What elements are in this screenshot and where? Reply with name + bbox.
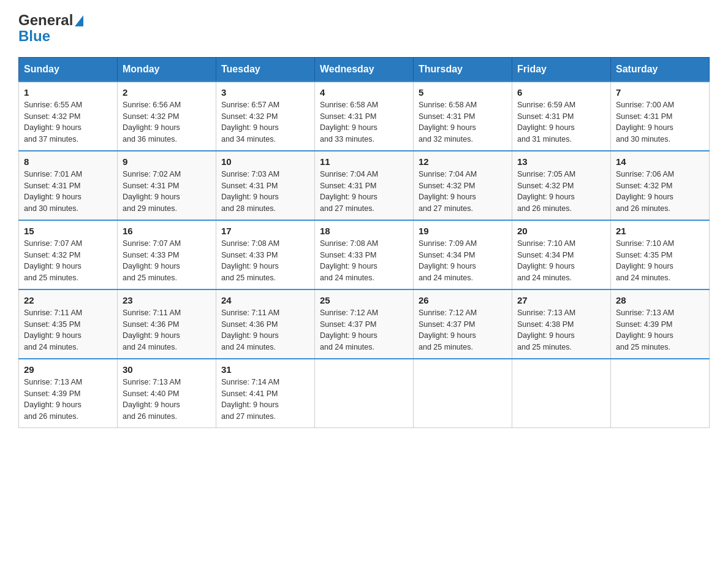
calendar-cell — [315, 359, 414, 428]
col-friday: Friday — [512, 57, 611, 82]
calendar-table: Sunday Monday Tuesday Wednesday Thursday… — [18, 57, 710, 428]
day-number: 11 — [320, 156, 408, 167]
day-info: Sunrise: 7:10 AMSunset: 4:34 PMDaylight:… — [517, 238, 605, 284]
col-tuesday: Tuesday — [216, 57, 315, 82]
day-info: Sunrise: 7:04 AMSunset: 4:32 PMDaylight:… — [419, 169, 507, 215]
calendar-cell: 13Sunrise: 7:05 AMSunset: 4:32 PMDayligh… — [512, 151, 611, 220]
calendar-cell: 21Sunrise: 7:10 AMSunset: 4:35 PMDayligh… — [611, 220, 710, 289]
calendar-cell: 4Sunrise: 6:58 AMSunset: 4:31 PMDaylight… — [315, 82, 414, 151]
calendar-cell: 10Sunrise: 7:03 AMSunset: 4:31 PMDayligh… — [216, 151, 315, 220]
day-number: 25 — [320, 295, 408, 305]
day-number: 21 — [616, 226, 704, 236]
day-number: 27 — [517, 295, 605, 305]
col-monday: Monday — [118, 57, 216, 82]
day-info: Sunrise: 7:05 AMSunset: 4:32 PMDaylight:… — [517, 169, 605, 215]
page-header: GeneralBlue — [18, 12, 710, 45]
calendar-cell: 22Sunrise: 7:11 AMSunset: 4:35 PMDayligh… — [19, 289, 118, 359]
day-number: 12 — [419, 156, 507, 167]
day-info: Sunrise: 7:07 AMSunset: 4:33 PMDaylight:… — [123, 238, 211, 284]
day-number: 23 — [123, 295, 211, 305]
week-row-1: 1Sunrise: 6:55 AMSunset: 4:32 PMDaylight… — [19, 82, 710, 151]
col-saturday: Saturday — [611, 57, 710, 82]
calendar-cell: 24Sunrise: 7:11 AMSunset: 4:36 PMDayligh… — [216, 289, 315, 359]
day-info: Sunrise: 7:09 AMSunset: 4:34 PMDaylight:… — [419, 238, 507, 284]
day-info: Sunrise: 7:06 AMSunset: 4:32 PMDaylight:… — [616, 169, 704, 215]
day-number: 15 — [24, 226, 112, 236]
calendar-cell — [611, 359, 710, 428]
day-number: 29 — [24, 364, 112, 375]
day-number: 7 — [616, 87, 704, 98]
day-info: Sunrise: 7:08 AMSunset: 4:33 PMDaylight:… — [320, 238, 408, 284]
calendar-cell: 14Sunrise: 7:06 AMSunset: 4:32 PMDayligh… — [611, 151, 710, 220]
logo: GeneralBlue — [18, 12, 83, 45]
calendar-cell: 30Sunrise: 7:13 AMSunset: 4:40 PMDayligh… — [118, 359, 216, 428]
day-number: 8 — [24, 156, 112, 167]
calendar-cell: 19Sunrise: 7:09 AMSunset: 4:34 PMDayligh… — [414, 220, 512, 289]
calendar-header-row: Sunday Monday Tuesday Wednesday Thursday… — [19, 57, 710, 82]
calendar-cell: 8Sunrise: 7:01 AMSunset: 4:31 PMDaylight… — [19, 151, 118, 220]
day-info: Sunrise: 7:10 AMSunset: 4:35 PMDaylight:… — [616, 238, 704, 284]
day-info: Sunrise: 7:00 AMSunset: 4:31 PMDaylight:… — [616, 99, 704, 145]
day-info: Sunrise: 7:13 AMSunset: 4:38 PMDaylight:… — [517, 307, 605, 353]
day-number: 30 — [123, 364, 211, 375]
day-number: 22 — [24, 295, 112, 305]
day-info: Sunrise: 7:13 AMSunset: 4:39 PMDaylight:… — [616, 307, 704, 353]
calendar-cell: 5Sunrise: 6:58 AMSunset: 4:31 PMDaylight… — [414, 82, 512, 151]
day-info: Sunrise: 7:07 AMSunset: 4:32 PMDaylight:… — [24, 238, 112, 284]
calendar-cell: 23Sunrise: 7:11 AMSunset: 4:36 PMDayligh… — [118, 289, 216, 359]
day-info: Sunrise: 7:12 AMSunset: 4:37 PMDaylight:… — [320, 307, 408, 353]
col-wednesday: Wednesday — [315, 57, 414, 82]
day-number: 28 — [616, 295, 704, 305]
calendar-cell: 7Sunrise: 7:00 AMSunset: 4:31 PMDaylight… — [611, 82, 710, 151]
calendar-cell: 28Sunrise: 7:13 AMSunset: 4:39 PMDayligh… — [611, 289, 710, 359]
day-info: Sunrise: 7:03 AMSunset: 4:31 PMDaylight:… — [221, 169, 309, 215]
calendar-cell — [414, 359, 512, 428]
day-number: 20 — [517, 226, 605, 236]
calendar-cell: 15Sunrise: 7:07 AMSunset: 4:32 PMDayligh… — [19, 220, 118, 289]
calendar-cell: 27Sunrise: 7:13 AMSunset: 4:38 PMDayligh… — [512, 289, 611, 359]
day-number: 16 — [123, 226, 211, 236]
calendar-cell: 17Sunrise: 7:08 AMSunset: 4:33 PMDayligh… — [216, 220, 315, 289]
day-info: Sunrise: 7:13 AMSunset: 4:39 PMDaylight:… — [24, 377, 112, 423]
day-number: 5 — [419, 87, 507, 98]
calendar-cell: 26Sunrise: 7:12 AMSunset: 4:37 PMDayligh… — [414, 289, 512, 359]
col-thursday: Thursday — [414, 57, 512, 82]
day-info: Sunrise: 6:58 AMSunset: 4:31 PMDaylight:… — [419, 99, 507, 145]
col-sunday: Sunday — [19, 57, 118, 82]
day-info: Sunrise: 6:58 AMSunset: 4:31 PMDaylight:… — [320, 99, 408, 145]
calendar-cell: 3Sunrise: 6:57 AMSunset: 4:32 PMDaylight… — [216, 82, 315, 151]
day-info: Sunrise: 7:13 AMSunset: 4:40 PMDaylight:… — [123, 377, 211, 423]
calendar-cell: 12Sunrise: 7:04 AMSunset: 4:32 PMDayligh… — [414, 151, 512, 220]
day-number: 14 — [616, 156, 704, 167]
day-number: 6 — [517, 87, 605, 98]
calendar-cell: 31Sunrise: 7:14 AMSunset: 4:41 PMDayligh… — [216, 359, 315, 428]
calendar-cell — [512, 359, 611, 428]
day-info: Sunrise: 6:56 AMSunset: 4:32 PMDaylight:… — [123, 99, 211, 145]
calendar-cell: 16Sunrise: 7:07 AMSunset: 4:33 PMDayligh… — [118, 220, 216, 289]
day-info: Sunrise: 7:14 AMSunset: 4:41 PMDaylight:… — [221, 377, 309, 423]
calendar-cell: 9Sunrise: 7:02 AMSunset: 4:31 PMDaylight… — [118, 151, 216, 220]
day-info: Sunrise: 7:11 AMSunset: 4:36 PMDaylight:… — [123, 307, 211, 353]
day-number: 19 — [419, 226, 507, 236]
day-info: Sunrise: 6:59 AMSunset: 4:31 PMDaylight:… — [517, 99, 605, 145]
calendar-cell: 6Sunrise: 6:59 AMSunset: 4:31 PMDaylight… — [512, 82, 611, 151]
calendar-cell: 18Sunrise: 7:08 AMSunset: 4:33 PMDayligh… — [315, 220, 414, 289]
day-number: 17 — [221, 226, 309, 236]
day-info: Sunrise: 7:01 AMSunset: 4:31 PMDaylight:… — [24, 169, 112, 215]
day-number: 18 — [320, 226, 408, 236]
day-number: 1 — [24, 87, 112, 98]
day-number: 9 — [123, 156, 211, 167]
week-row-5: 29Sunrise: 7:13 AMSunset: 4:39 PMDayligh… — [19, 359, 710, 428]
day-info: Sunrise: 7:11 AMSunset: 4:36 PMDaylight:… — [221, 307, 309, 353]
calendar-cell: 1Sunrise: 6:55 AMSunset: 4:32 PMDaylight… — [19, 82, 118, 151]
day-info: Sunrise: 6:55 AMSunset: 4:32 PMDaylight:… — [24, 99, 112, 145]
day-info: Sunrise: 7:08 AMSunset: 4:33 PMDaylight:… — [221, 238, 309, 284]
day-number: 24 — [221, 295, 309, 305]
week-row-4: 22Sunrise: 7:11 AMSunset: 4:35 PMDayligh… — [19, 289, 710, 359]
day-info: Sunrise: 7:04 AMSunset: 4:31 PMDaylight:… — [320, 169, 408, 215]
day-number: 13 — [517, 156, 605, 167]
calendar-cell: 11Sunrise: 7:04 AMSunset: 4:31 PMDayligh… — [315, 151, 414, 220]
calendar-cell: 29Sunrise: 7:13 AMSunset: 4:39 PMDayligh… — [19, 359, 118, 428]
calendar-cell: 25Sunrise: 7:12 AMSunset: 4:37 PMDayligh… — [315, 289, 414, 359]
day-number: 31 — [221, 364, 309, 375]
